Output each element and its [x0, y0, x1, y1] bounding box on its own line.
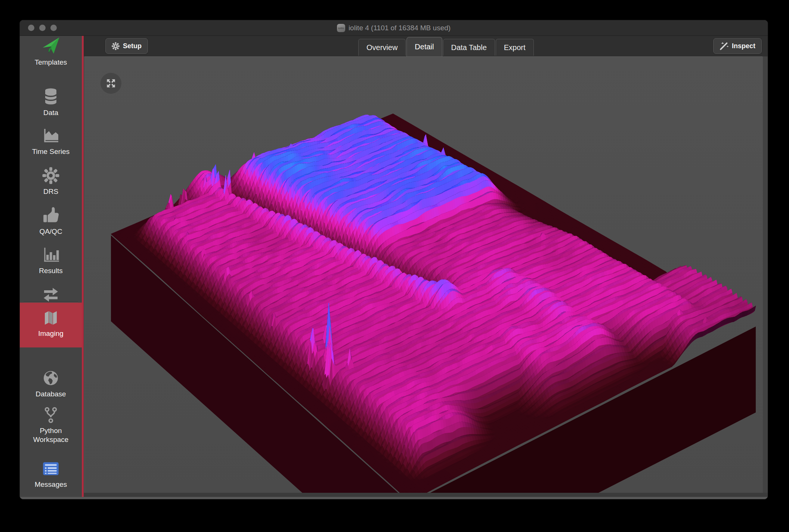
- surface-viewport: [84, 56, 762, 493]
- tab-export[interactable]: Export: [496, 39, 534, 56]
- sidebar-item-time-series[interactable]: Time Series: [20, 127, 82, 156]
- swap-arrows-icon: [42, 287, 60, 303]
- area-chart-icon: [41, 127, 60, 145]
- sidebar-accent-line: [82, 36, 84, 499]
- app-window: iolite iolite 4 (1101 of 16384 MB used) …: [19, 20, 768, 499]
- thumbs-up-icon: [41, 206, 60, 225]
- sidebar-item-messages[interactable]: Messages: [20, 460, 82, 489]
- tab-overview[interactable]: Overview: [358, 39, 406, 56]
- bar-chart-icon: [42, 246, 60, 264]
- window-title: iolite 4 (1101 of 16384 MB used): [349, 24, 451, 32]
- gear-icon: [42, 167, 60, 185]
- title-bar: iolite iolite 4 (1101 of 16384 MB used): [20, 20, 768, 36]
- globe-icon: [42, 369, 60, 387]
- sidebar-item-python-workspace[interactable]: Python Workspace: [20, 406, 82, 444]
- expand-arrows-icon: [105, 78, 117, 89]
- magic-wand-icon: [720, 41, 728, 50]
- sidebar-item-results[interactable]: Results: [20, 246, 82, 275]
- setup-button[interactable]: Setup: [105, 38, 148, 54]
- sidebar-item-qaqc[interactable]: QA/QC: [20, 206, 82, 236]
- surface-plot-canvas[interactable]: [85, 57, 763, 493]
- window-bottom-edge: [20, 497, 768, 499]
- sidebar-item-imaging[interactable]: Imaging: [20, 309, 82, 338]
- sidebar-divider: [24, 301, 78, 302]
- toolbar: Setup Overview Detail Data Table Export …: [84, 36, 768, 56]
- expand-view-button[interactable]: [100, 73, 121, 94]
- tab-detail[interactable]: Detail: [406, 37, 442, 56]
- map-icon: [41, 309, 60, 327]
- sidebar-item-drs[interactable]: DRS: [20, 167, 82, 196]
- sidebar-item-data[interactable]: Data: [20, 87, 82, 117]
- sidebar-item-database[interactable]: Database: [20, 369, 82, 399]
- branch-icon: [42, 406, 60, 424]
- inspect-button[interactable]: Inspect: [713, 38, 762, 54]
- message-list-icon: [41, 460, 60, 477]
- paper-plane-icon: [41, 36, 61, 55]
- view-tabs: Overview Detail Data Table Export: [358, 37, 535, 56]
- gear-icon: [112, 42, 120, 50]
- iolite-app-icon: iolite: [337, 24, 345, 32]
- sidebar-item-templates[interactable]: Templates: [20, 36, 82, 67]
- tab-data-table[interactable]: Data Table: [443, 39, 495, 56]
- database-stack-icon: [42, 87, 60, 106]
